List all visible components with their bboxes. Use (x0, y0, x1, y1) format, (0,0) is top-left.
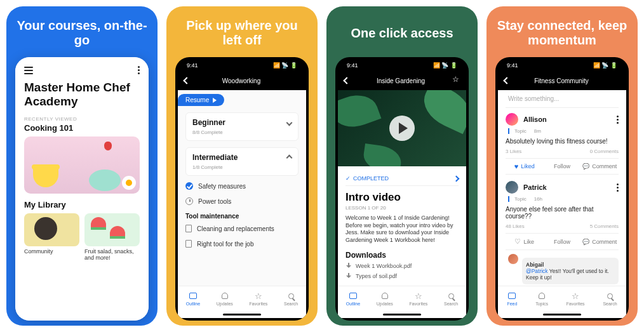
library-card-fruit[interactable]: Fruit salad, snacks, and more! (84, 213, 140, 262)
star-icon: ☆ (571, 291, 580, 300)
more-icon[interactable] (138, 66, 140, 74)
app-title: Master Home Chef Academy (24, 81, 140, 109)
clock-icon (185, 197, 193, 205)
comment-count: 5 Comments (590, 223, 619, 229)
nav-topics[interactable]: Topics (535, 291, 548, 306)
status-bar: 9:41 📶 📡 🔋 (338, 60, 466, 71)
bell-icon (382, 293, 388, 299)
resume-label: Resume (185, 96, 209, 103)
back-icon[interactable] (503, 77, 510, 84)
play-button[interactable] (389, 116, 415, 141)
library-card-community[interactable]: Community (24, 213, 79, 262)
nav-feed[interactable]: Feed (507, 291, 517, 306)
resume-button[interactable]: Resume (178, 94, 224, 106)
compose-input[interactable]: Write something... (506, 90, 619, 108)
nav-search[interactable]: Search (284, 291, 298, 306)
panel-courses: Your courses, on-the-go Master Home Chef… (6, 6, 158, 326)
post-body: Absolutely loving this fitness course! (506, 138, 619, 145)
phone-frame-4: 9:41 📶 📡 🔋 Fitness Community Write somet… (495, 57, 629, 321)
star-icon: ☆ (414, 291, 423, 300)
nav-search[interactable]: Search (603, 291, 617, 306)
library-header: My Library (24, 200, 140, 209)
heart-icon: ♥ (514, 163, 519, 170)
follow-button[interactable]: Follow (543, 159, 580, 174)
library-label: Fruit salad, snacks, and more! (84, 249, 140, 262)
lesson-item[interactable]: Power tools (185, 194, 299, 209)
like-button[interactable]: ♥Liked (506, 159, 543, 174)
avatar[interactable] (506, 181, 518, 194)
panel-community: Stay connected, keep momentum 9:41 📶 📡 🔋… (486, 6, 638, 326)
favorite-icon[interactable] (452, 77, 460, 84)
lesson-label: Cleaning and replacements (197, 225, 274, 232)
video-player[interactable] (338, 90, 466, 166)
nav-updates[interactable]: Updates (377, 291, 393, 306)
status-bar: 9:41 📶 📡 🔋 (178, 60, 306, 71)
level-intermediate[interactable]: Intermediate 1/8 Complete (185, 147, 299, 176)
post-author[interactable]: Allison (523, 116, 547, 123)
lesson-item[interactable]: Cleaning and replacements (185, 221, 299, 236)
comment-button[interactable]: 💬 Comment (581, 234, 619, 249)
avatar[interactable] (508, 254, 518, 264)
home-indicator (383, 314, 421, 315)
post-more-icon[interactable] (617, 183, 619, 192)
home-indicator (543, 314, 581, 315)
topics-icon (539, 293, 545, 299)
nav-search[interactable]: Search (444, 291, 458, 306)
lesson-subtitle: LESSON 1 of 20 (345, 205, 459, 211)
search-icon (607, 293, 613, 299)
course-hero-image[interactable] (24, 136, 140, 194)
back-icon[interactable] (183, 77, 190, 84)
level-name: Intermediate (192, 153, 238, 162)
search-icon (288, 293, 294, 299)
feed-icon (508, 293, 516, 299)
reply-author[interactable]: Abigail (526, 262, 615, 268)
recent-course-title[interactable]: Cooking 101 (24, 123, 140, 133)
status-icons: 📶 📡 🔋 (593, 62, 617, 69)
back-icon[interactable] (343, 77, 350, 84)
post-body: Anyone else feel sore after that course?… (506, 206, 619, 220)
next-icon[interactable] (453, 175, 460, 182)
level-beginner[interactable]: Beginner 8/8 Complete (185, 112, 299, 141)
download-item[interactable]: Types of soil.pdf (345, 271, 459, 281)
nav-favorites[interactable]: ☆Favorites (567, 291, 585, 306)
post: Allison Topic8m Absolutely loving this f… (506, 113, 619, 175)
document-icon (185, 240, 192, 248)
like-button[interactable]: ♡Like (506, 234, 543, 249)
follow-button[interactable]: Follow (543, 234, 580, 249)
downloads-header: Downloads (345, 251, 459, 260)
headline-2: Pick up where you left off (175, 18, 309, 48)
download-item[interactable]: Week 1 Workbook.pdf (345, 261, 459, 271)
course-header: Woodworking (178, 71, 306, 90)
panel-oneclick: One click access 9:41 📶 📡 🔋 Inside Garde… (326, 6, 478, 326)
headline-3: One click access (351, 18, 453, 48)
menu-icon[interactable] (24, 67, 33, 74)
status-time: 9:41 (187, 62, 198, 69)
lesson-label: Safety measures (198, 183, 246, 190)
status-icons: 📶 📡 🔋 (273, 62, 297, 69)
library-thumb (24, 213, 79, 246)
screen-1: Master Home Chef Academy RECENTLY VIEWED… (15, 57, 149, 321)
post-author[interactable]: Patrick (523, 183, 547, 191)
lesson-label: Power tools (198, 198, 231, 205)
subsection-header: Tool maintenance (185, 213, 299, 220)
mention[interactable]: @Patrick (526, 268, 548, 274)
comment-button[interactable]: 💬 Comment (581, 159, 619, 174)
nav-updates[interactable]: Updates (217, 291, 233, 306)
completed-badge: ✓ COMPLETED (345, 175, 389, 182)
chevron-up-icon (286, 154, 293, 161)
nav-favorites[interactable]: ☆Favorites (409, 291, 427, 306)
headline-4: Stay connected, keep momentum (495, 18, 629, 48)
phone-frame-1: Master Home Chef Academy RECENTLY VIEWED… (15, 57, 149, 321)
avatar[interactable] (506, 113, 518, 126)
post-more-icon[interactable] (617, 116, 619, 124)
headline-1: Your courses, on-the-go (15, 18, 149, 48)
lesson-label: Right tool for the job (197, 241, 254, 248)
nav-favorites[interactable]: ☆Favorites (249, 291, 267, 306)
lesson-item[interactable]: Safety measures (185, 178, 299, 194)
status-bar: 9:41 📶 📡 🔋 (498, 60, 626, 71)
nav-outline[interactable]: Outline (186, 291, 200, 306)
lesson-item[interactable]: Right tool for the job (185, 236, 299, 251)
nav-outline[interactable]: Outline (346, 291, 360, 306)
book-icon (189, 293, 197, 299)
download-icon (345, 263, 352, 269)
